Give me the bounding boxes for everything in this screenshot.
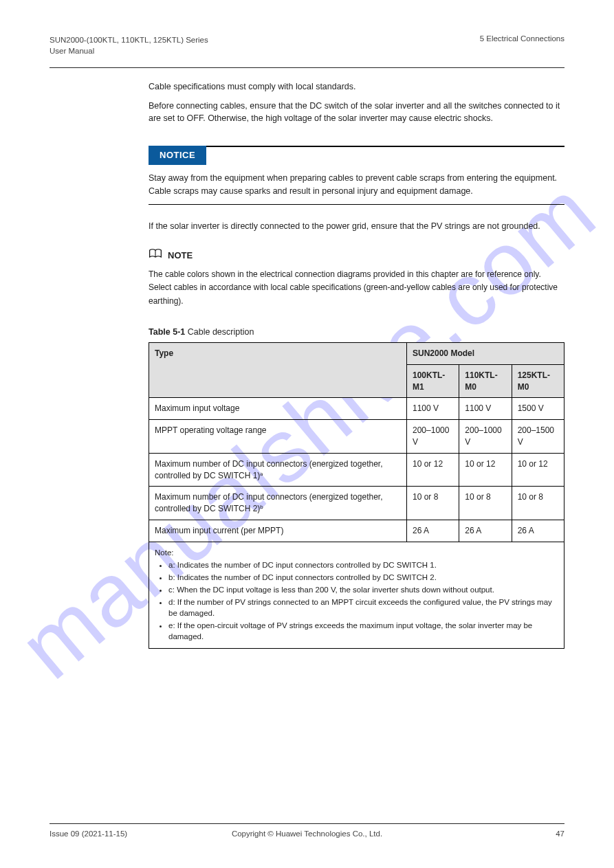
table-footnotes: Note: a: Indicates the number of DC inpu… (149, 542, 564, 649)
footer-right: 47 (393, 830, 564, 838)
r1c0: MPPT operating voltage range (149, 420, 407, 454)
r2c0: Maximum number of DC input connectors (e… (149, 453, 407, 487)
r1c1: 200–1000 V (407, 420, 459, 454)
notice-label: NOTICE (149, 146, 206, 166)
footer-center: Copyright © Huawei Technologies Co., Ltd… (221, 830, 393, 838)
r0c0: Maximum input voltage (149, 398, 407, 420)
r3c2: 10 or 8 (459, 487, 512, 520)
r1c2: 200–1000 V (459, 420, 512, 454)
use-context-paragraph: If the solar inverter is directly connec… (149, 220, 564, 233)
fn-d: d: If the number of PV strings connected… (168, 597, 558, 619)
r0c3: 1500 V (512, 398, 564, 420)
intro-line-1: Cable specifications must comply with lo… (149, 80, 564, 93)
th-m2: 125KTL-M0 (512, 364, 564, 398)
spec-table: Type SUN2000 Model 100KTL-M1 110KTL-M0 1… (149, 342, 564, 649)
table-caption: Table 5-1 Cable description (149, 326, 564, 338)
header-left: SUN2000-(100KTL, 110KTL, 125KTL) Series … (50, 34, 208, 56)
book-icon (149, 249, 162, 263)
note-label: NOTE (168, 249, 193, 263)
fn-c: c: When the DC input voltage is less tha… (168, 584, 558, 595)
r0c1: 1100 V (407, 398, 459, 420)
r3c0: Maximum number of DC input connectors (e… (149, 487, 407, 520)
fn-b: b: Indicates the number of DC input conn… (168, 572, 558, 583)
footer-left: Issue 09 (2021-11-15) (50, 830, 221, 838)
r4c2: 26 A (459, 520, 512, 542)
notice-text: Stay away from the equipment when prepar… (149, 172, 564, 197)
note-text: The cable colors shown in the electrical… (149, 268, 564, 308)
r3c1: 10 or 8 (407, 487, 459, 520)
fn-e: e: If the open-circuit voltage of PV str… (168, 620, 558, 642)
th-m0: 100KTL-M1 (407, 364, 459, 398)
r2c1: 10 or 12 (407, 453, 459, 487)
r3c3: 10 or 8 (512, 487, 564, 520)
header-right: 5 Electrical Connections (480, 34, 564, 56)
r4c3: 26 A (512, 520, 564, 542)
th-model: SUN2000 Model (407, 342, 564, 364)
th-type: Type (149, 342, 407, 397)
r2c2: 10 or 12 (459, 453, 512, 487)
r1c3: 200–1500 V (512, 420, 564, 454)
intro-line-2: Before connecting cables, ensure that th… (149, 100, 564, 124)
r4c0: Maximum input current (per MPPT) (149, 520, 407, 542)
note-header: NOTE (149, 249, 564, 263)
footer-divider (50, 823, 564, 824)
r0c2: 1100 V (459, 398, 512, 420)
header-divider (50, 67, 564, 68)
notice-box: NOTICE Stay away from the equipment when… (149, 146, 564, 205)
r2c3: 10 or 12 (512, 453, 564, 487)
r4c1: 26 A (407, 520, 459, 542)
th-m1: 110KTL-M0 (459, 364, 512, 398)
page-footer: Issue 09 (2021-11-15) Copyright © Huawei… (50, 823, 564, 838)
fn-a: a: Indicates the number of DC input conn… (168, 559, 558, 570)
